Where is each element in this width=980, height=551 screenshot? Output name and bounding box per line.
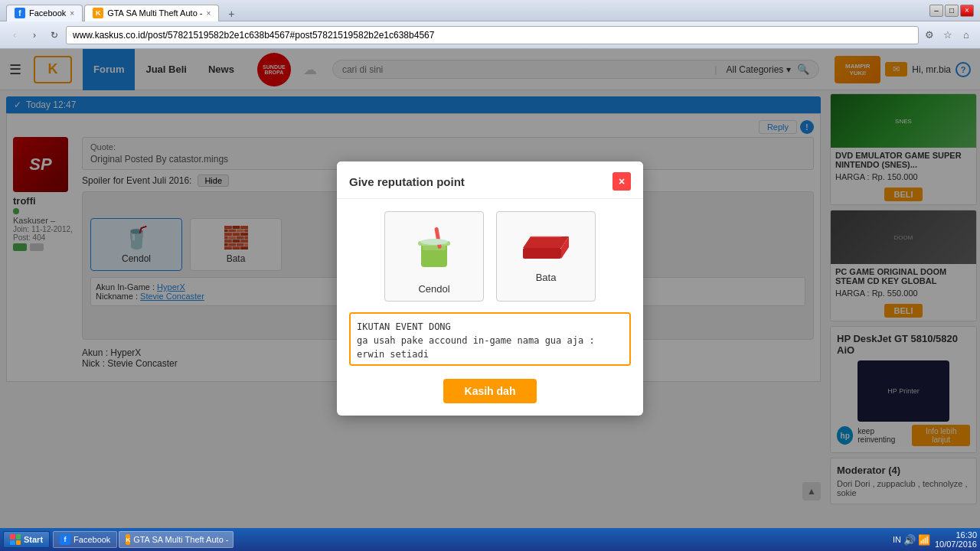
window-controls: – □ × [929,5,974,17]
browser-toolbar: ‹ › ↻ ⚙ ☆ ⌂ [0,21,980,49]
main-content: ☰ K Forum Jual Beli News SUNDUEBROPA ☁ |… [0,49,980,528]
modal-comment-textarea[interactable]: IKUTAN EVENT DONG ga usah pake accound i… [349,312,631,366]
taskbar-lang: IN [893,535,901,544]
tab-kaskus[interactable]: K GTA SA Multi Theft Auto - × [84,5,219,21]
cendol-svg-icon [407,221,461,275]
kaskus-favicon: K [93,8,103,18]
modal-close-button[interactable]: × [612,172,631,191]
taskbar-sys-icons: IN 🔊 📶 [893,534,930,546]
taskbar-network-icon[interactable]: 📶 [918,534,930,546]
url-input[interactable] [73,30,912,41]
svg-point-4 [420,239,448,245]
extensions-icon[interactable]: ⚙ [922,28,937,43]
modal-bata-option[interactable]: Bata [496,211,596,302]
home-icon[interactable]: ⌂ [959,28,974,43]
modal-submit-button[interactable]: Kasih dah [443,379,537,403]
forward-button[interactable]: › [26,27,43,44]
modal-overlay: Give reputation point × [0,49,980,528]
maximize-button[interactable]: □ [945,5,959,17]
tab-facebook[interactable]: f Facebook × [6,5,83,21]
close-window-button[interactable]: × [960,5,974,17]
taskbar-clock: 16:30 10/07/2016 [935,530,977,549]
reload-button[interactable]: ↻ [46,27,63,44]
modal-body: Cendol Bata [337,199,643,416]
windows-icon [10,534,21,545]
modal-bata-label: Bata [503,272,589,283]
start-button[interactable]: Start [3,531,50,548]
browser-titlebar: f Facebook × K GTA SA Multi Theft Auto -… [0,0,980,21]
new-tab-button[interactable]: + [224,6,239,21]
bata-svg-icon [515,221,577,263]
minimize-button[interactable]: – [929,5,943,17]
modal-cendol-option[interactable]: Cendol [384,211,484,302]
address-bar[interactable] [66,26,919,44]
taskbar-facebook-icon: f [60,534,70,545]
taskbar-kaskus-icon: K [126,534,130,545]
taskbar-right: IN 🔊 📶 16:30 10/07/2016 [893,530,977,549]
facebook-favicon: f [15,8,25,18]
taskbar: Start f Facebook K GTA SA Multi Theft Au… [0,528,980,551]
give-reputation-modal: Give reputation point × [337,161,643,416]
browser-tabs: f Facebook × K GTA SA Multi Theft Auto -… [6,0,239,21]
page-area: ☰ K Forum Jual Beli News SUNDUEBROPA ☁ |… [0,49,980,528]
modal-title: Give reputation point [349,175,465,188]
taskbar-items: f Facebook K GTA SA Multi Theft Auto - [53,531,893,548]
toolbar-icons: ⚙ ☆ ⌂ [922,28,974,43]
tab-kaskus-close[interactable]: × [206,9,211,18]
svg-rect-6 [523,248,561,259]
svg-marker-5 [523,236,569,248]
modal-header: Give reputation point × [337,161,643,199]
modal-rep-icons: Cendol Bata [349,211,631,302]
modal-cendol-label: Cendol [391,283,477,295]
star-icon[interactable]: ☆ [940,28,956,43]
tab-facebook-label: Facebook [29,8,66,18]
tab-facebook-close[interactable]: × [70,9,74,18]
taskbar-volume-icon[interactable]: 🔊 [903,534,916,546]
taskbar-item-facebook[interactable]: f Facebook [53,531,117,548]
back-button[interactable]: ‹ [6,27,23,44]
tab-kaskus-label: GTA SA Multi Theft Auto - [107,8,202,18]
taskbar-item-kaskus[interactable]: K GTA SA Multi Theft Auto - [119,531,234,548]
